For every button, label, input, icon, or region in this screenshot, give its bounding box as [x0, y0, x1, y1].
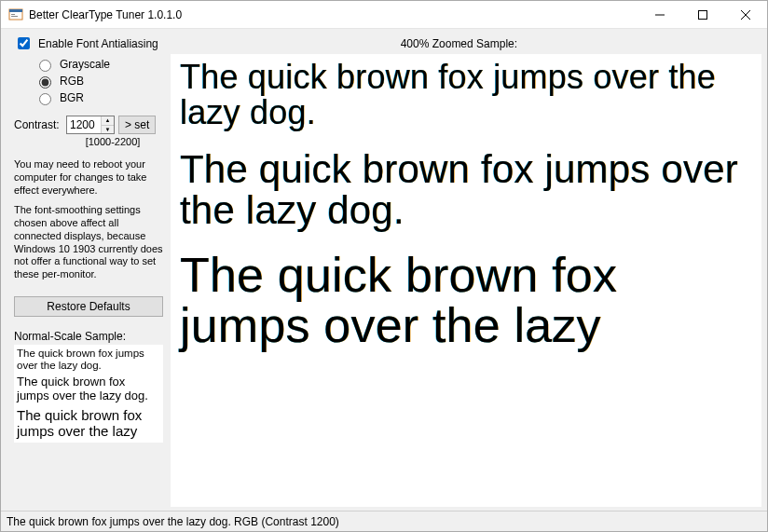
svg-rect-5 [699, 10, 707, 19]
normal-sample-label: Normal-Scale Sample: [14, 330, 163, 343]
normal-sample-3: The quick brown fox jumps over the lazy [17, 407, 160, 440]
minimize-button[interactable] [638, 1, 681, 29]
contrast-spinner[interactable]: ▲ ▼ [66, 116, 115, 134]
set-button[interactable]: > set [118, 116, 156, 134]
client-area: Enable Font Antialiasing 400% Zoomed Sam… [1, 29, 767, 531]
contrast-spin-down[interactable]: ▼ [102, 126, 114, 134]
radio-rgb-input[interactable] [39, 76, 51, 89]
radio-bgr[interactable]: BGR [34, 89, 163, 106]
contrast-label: Contrast: [14, 118, 62, 131]
contrast-input[interactable] [67, 116, 101, 133]
normal-sample-1: The quick brown fox jumps over the lazy … [17, 348, 160, 372]
status-text: The quick brown fox jumps over the lazy … [7, 515, 339, 528]
radio-grayscale-label: Grayscale [60, 58, 110, 71]
status-bar: The quick brown fox jumps over the lazy … [1, 511, 767, 531]
svg-rect-3 [11, 16, 18, 17]
radio-bgr-input[interactable] [39, 93, 51, 105]
contrast-range: [1000-2200] [14, 134, 163, 155]
top-row: Enable Font Antialiasing 400% Zoomed Sam… [1, 29, 767, 54]
radio-rgb-label: RGB [60, 75, 84, 88]
close-button[interactable] [724, 1, 767, 29]
zoom-sample-3: The quick brown fox jumps over the lazy [180, 250, 752, 351]
normal-sample-2: The quick brown fox jumps over the lazy … [17, 375, 160, 403]
zoom-sample-1: The quick brown fox jumps over the lazy … [180, 60, 752, 130]
zoom-sample-label: 400% Zoomed Sample: [158, 37, 760, 50]
radio-bgr-label: BGR [60, 91, 84, 104]
radio-grayscale[interactable]: Grayscale [34, 56, 163, 73]
titlebar: Better ClearType Tuner 1.0.1.0 [1, 1, 767, 29]
radio-group: Grayscale RGB BGR [14, 54, 163, 112]
zoom-sample-2: The quick brown fox jumps over the lazy … [180, 149, 752, 231]
restore-defaults-button[interactable]: Restore Defaults [14, 296, 163, 317]
normal-sample-panel: The quick brown fox jumps over the lazy … [14, 345, 163, 443]
maximize-button[interactable] [681, 1, 724, 29]
sidebar: Grayscale RGB BGR Contrast: ▲ ▼ [1, 54, 171, 511]
radio-grayscale-input[interactable] [39, 60, 51, 72]
window-title: Better ClearType Tuner 1.0.1.0 [29, 8, 182, 21]
app-icon [8, 7, 23, 22]
enable-antialias-checkbox[interactable]: Enable Font Antialiasing [14, 34, 158, 52]
enable-antialias-label: Enable Font Antialiasing [38, 37, 158, 50]
svg-rect-1 [9, 9, 22, 12]
zoom-sample-panel: The quick brown fox jumps over the lazy … [171, 54, 761, 507]
radio-rgb[interactable]: RGB [34, 73, 163, 89]
info-text-1: You may need to reboot your computer for… [14, 155, 163, 200]
contrast-row: Contrast: ▲ ▼ > set [14, 116, 163, 134]
svg-rect-2 [11, 14, 15, 15]
enable-antialias-input[interactable] [18, 37, 30, 49]
contrast-spin-up[interactable]: ▲ [102, 116, 114, 126]
info-text-2: The font-smoothing settings chosen above… [14, 200, 163, 285]
